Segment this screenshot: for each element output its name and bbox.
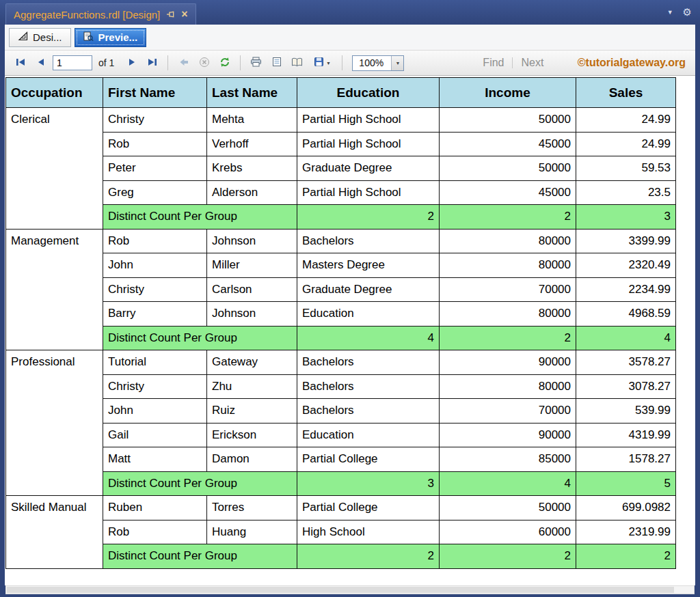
cell-last-name: Johnson	[207, 302, 297, 327]
vs-report-window: AggregateFunctions.rdl [Design] × ▼ ⚙	[0, 0, 700, 597]
table-row: ChristyCarlsonGraduate Degree700002234.9…	[6, 277, 676, 302]
cell-income: 70000	[440, 277, 576, 302]
horizontal-scrollbar-thumb[interactable]	[7, 587, 674, 593]
occupation-group-cell: Clerical	[6, 108, 103, 230]
table-row: RobHuangHigh School600002319.99	[6, 520, 676, 544]
export-button[interactable]: ▼	[309, 55, 335, 72]
print-button[interactable]	[247, 55, 265, 72]
cell-income: 90000	[440, 350, 576, 375]
summary-row: Distinct Count Per Group345	[6, 471, 676, 496]
cell-last-name: Ruiz	[207, 399, 297, 424]
table-row: ProfessionalTutorialGatewayBachelors9000…	[6, 350, 676, 375]
find-area: Find Next	[483, 57, 543, 69]
column-header-last-name: Last Name	[207, 78, 297, 108]
summary-income-count: 2	[440, 326, 576, 350]
cell-last-name: Mehta	[207, 108, 297, 133]
last-page-button[interactable]	[144, 55, 161, 72]
cell-sales: 59.53	[576, 156, 676, 181]
toolbar-separator	[167, 55, 168, 70]
cell-income: 80000	[440, 302, 576, 327]
cell-income: 45000	[440, 132, 576, 156]
cell-last-name: Carlson	[207, 277, 297, 302]
export-dropdown-icon: ▼	[326, 61, 331, 66]
document-tab-bar: AggregateFunctions.rdl [Design] × ▼ ⚙	[0, 0, 700, 25]
cell-first-name: Tutorial	[103, 350, 207, 375]
toolbar-separator	[240, 55, 241, 70]
document-tab-title: AggregateFunctions.rdl [Design]	[14, 9, 160, 20]
table-header-row: OccupationFirst NameLast NameEducationIn…	[6, 78, 676, 108]
cell-income: 90000	[440, 423, 576, 447]
summary-education-count: 4	[297, 326, 440, 350]
title-bar-controls: ▼ ⚙	[667, 7, 692, 17]
find-link[interactable]: Find	[483, 57, 504, 69]
cell-sales: 3078.27	[576, 374, 676, 399]
zoom-value: 100%	[353, 56, 391, 70]
cell-education: Bachelors	[297, 374, 440, 399]
refresh-button[interactable]	[216, 55, 233, 72]
cell-sales: 2319.99	[576, 520, 676, 544]
zoom-select[interactable]: 100% ▼	[352, 55, 404, 71]
cell-sales: 4319.99	[576, 423, 676, 447]
cell-first-name: Rob	[103, 132, 207, 156]
back-to-parent-button[interactable]	[175, 55, 192, 72]
cell-last-name: Zhu	[207, 374, 297, 399]
pin-icon[interactable]	[166, 10, 175, 18]
summary-row: Distinct Count Per Group222	[6, 544, 676, 569]
summary-education-count: 2	[297, 205, 440, 230]
tab-preview[interactable]: Previe...	[75, 28, 147, 47]
print-layout-icon	[272, 57, 282, 69]
cell-last-name: Torres	[207, 496, 297, 520]
column-header-occupation: Occupation	[6, 78, 103, 108]
zoom-dropdown-icon[interactable]: ▼	[391, 56, 403, 70]
cell-last-name: Huang	[207, 520, 297, 544]
cell-education: Partial College	[297, 496, 440, 520]
cell-sales: 2320.49	[576, 253, 676, 278]
report-table: OccupationFirst NameLast NameEducationIn…	[5, 77, 676, 569]
cell-education: Partial High School	[297, 180, 440, 205]
close-icon[interactable]: ×	[181, 9, 187, 20]
cell-income: 80000	[440, 253, 576, 278]
print-layout-button[interactable]	[268, 55, 285, 72]
page-number-input[interactable]	[53, 55, 92, 70]
watermark-text: ©tutorialgateway.org	[578, 57, 688, 69]
column-header-first-name: First Name	[103, 78, 207, 108]
cell-education: Education	[297, 302, 440, 327]
tab-preview-label: Previe...	[98, 31, 138, 43]
cell-education: Bachelors	[297, 229, 440, 253]
document-tab[interactable]: AggregateFunctions.rdl [Design] ×	[5, 3, 196, 25]
design-icon	[18, 31, 28, 43]
cell-first-name: Greg	[103, 180, 207, 205]
summary-income-count: 2	[440, 205, 576, 230]
gear-icon[interactable]: ⚙	[683, 7, 692, 17]
cell-last-name: Alderson	[207, 180, 297, 205]
summary-sales-count: 4	[576, 326, 676, 350]
cell-last-name: Damon	[207, 447, 297, 472]
tab-design[interactable]: Desi...	[9, 28, 71, 47]
horizontal-scrollbar[interactable]	[5, 585, 695, 594]
page-setup-button[interactable]	[288, 55, 306, 72]
cell-income: 50000	[440, 156, 576, 181]
column-header-income: Income	[440, 78, 576, 108]
cell-income: 70000	[440, 399, 576, 424]
occupation-group-cell: Management	[6, 229, 103, 350]
cell-sales: 24.99	[576, 108, 676, 133]
stop-button[interactable]	[196, 55, 213, 72]
summary-sales-count: 2	[576, 544, 676, 569]
cell-first-name: Barry	[103, 302, 207, 327]
cell-last-name: Erickson	[207, 423, 297, 447]
next-page-button[interactable]	[123, 55, 140, 72]
table-row: JohnMillerMasters Degree800002320.49	[6, 253, 676, 278]
cell-education: Education	[297, 423, 440, 447]
printer-icon	[250, 57, 262, 69]
cell-education: Bachelors	[297, 350, 440, 375]
first-page-button[interactable]	[12, 55, 29, 72]
cell-first-name: Peter	[103, 156, 207, 181]
cell-first-name: John	[103, 399, 207, 424]
table-row: ManagementRobJohnsonBachelors800003399.9…	[6, 229, 676, 253]
cell-sales: 699.0982	[576, 496, 676, 520]
next-link[interactable]: Next	[521, 57, 543, 69]
cell-education: Partial College	[297, 447, 440, 472]
chevron-down-icon[interactable]: ▼	[667, 9, 673, 16]
previous-page-button[interactable]	[32, 55, 49, 72]
cell-education: Bachelors	[297, 399, 440, 424]
